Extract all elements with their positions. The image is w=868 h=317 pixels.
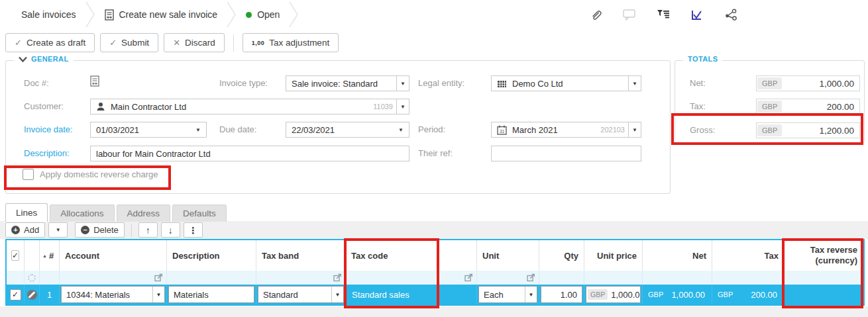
account-select[interactable]: 10344: Materials ▼ (61, 286, 165, 303)
tax-code-column-header[interactable]: Tax code (346, 240, 477, 271)
person-icon (96, 102, 105, 111)
filter-icon[interactable] (656, 7, 671, 22)
row-attachment-cell (25, 285, 40, 304)
more-options-button[interactable]: ⋮ (184, 222, 203, 238)
tab-label: Address (127, 208, 160, 218)
filter-cell[interactable] (167, 271, 256, 285)
legal-entity-select[interactable]: Demo Co Ltd ▼ (491, 75, 641, 91)
tax-band-column-header[interactable]: Tax band (256, 240, 346, 271)
account-column-header[interactable]: Account (60, 240, 167, 271)
add-line-button[interactable]: + Add (5, 222, 45, 238)
qty-cell[interactable]: 1.00 (539, 285, 584, 304)
select-all-cell[interactable]: ✓ (7, 240, 25, 271)
row-checkbox[interactable]: ✓ (10, 289, 21, 300)
button-label: Tax adjustment (269, 38, 329, 48)
row-select-cell[interactable]: ✓ (7, 285, 25, 304)
unit-select[interactable]: Each ▼ (478, 286, 537, 303)
unit-filter-cell[interactable] (477, 271, 539, 285)
net-column-header[interactable]: Net (643, 240, 712, 271)
filter-cell[interactable] (25, 271, 40, 285)
attachment-column-header[interactable] (25, 240, 40, 271)
filter-cell[interactable] (584, 271, 643, 285)
audit-check-icon[interactable] (690, 7, 704, 22)
breadcrumb-chevron-icon (289, 1, 299, 28)
breadcrumb-sale-invoices[interactable]: Sale invoices (12, 9, 85, 20)
description-label: Description: (24, 148, 70, 158)
tax-reverse-column-header[interactable]: Tax reverse (currency) (785, 240, 863, 271)
their-ref-label: Their ref: (418, 148, 453, 158)
lookup-link-icon[interactable] (527, 273, 535, 282)
account-filter-cell[interactable] (60, 271, 167, 285)
due-date-select[interactable]: 22/03/2021 ▼ (286, 122, 409, 138)
comment-icon[interactable] (622, 7, 637, 22)
unit-column-header[interactable]: Unit (477, 240, 539, 271)
share-workflow-icon[interactable] (724, 7, 738, 22)
qty-input[interactable]: 1.00 (541, 286, 582, 303)
move-line-up-button[interactable]: ↑ (138, 222, 158, 238)
tab-allocations[interactable]: Allocations (50, 204, 114, 222)
their-ref-input[interactable] (491, 146, 641, 161)
breadcrumb-create-new-sale-invoice[interactable]: Create new sale invoice (95, 9, 227, 21)
apply-domestic-reverse-charge-checkbox[interactable] (23, 169, 34, 180)
tax-adjustment-button[interactable]: 1,00 Tax adjustment (243, 33, 339, 52)
invoice-date-select[interactable]: 01/03/2021 ▼ (90, 122, 207, 138)
line-row-1[interactable]: ✓ 1 10344: Materials ▼ Materials Standar… (7, 285, 863, 304)
discard-button[interactable]: ✕ Discard (164, 33, 225, 52)
currency-badge: GBP (757, 101, 782, 113)
currency-label: GBP (643, 291, 663, 298)
loading-dotted-circle-icon (28, 274, 36, 282)
totals-panel: TOTALS Net: GBP 1,000.00 Tax: GBP 200.00… (675, 60, 865, 143)
description-cell[interactable]: Materials (167, 285, 256, 304)
filter-cell[interactable] (40, 271, 60, 285)
chevron-down-icon: ▼ (396, 99, 409, 114)
unit-price-column-header[interactable]: Unit price (584, 240, 643, 271)
move-line-down-button[interactable]: ↓ (161, 222, 180, 238)
create-as-draft-button[interactable]: ✓ Create as draft (5, 33, 95, 52)
description-input[interactable]: Materials (168, 286, 254, 303)
tax-band-select[interactable]: Standard ▼ (258, 286, 344, 303)
unit-price-cell[interactable]: GBP 1,000.0 (584, 285, 643, 304)
filter-cell[interactable] (785, 271, 863, 285)
breadcrumb-status-open[interactable]: Open (237, 9, 289, 20)
invoice-type-select[interactable]: Sale invoice: Standard ▼ (286, 75, 409, 91)
unit-price-input[interactable]: GBP 1,000.0 (586, 286, 641, 303)
lookup-link-icon[interactable] (464, 273, 473, 282)
unit-cell[interactable]: Each ▼ (477, 285, 539, 304)
tax-code-cell[interactable]: Standard sales (346, 285, 477, 304)
qty-value: 1.00 (541, 290, 582, 300)
general-legend[interactable]: GENERAL (14, 55, 74, 63)
currency-label: GBP (713, 291, 733, 298)
filter-cell[interactable] (539, 271, 584, 285)
submit-button[interactable]: ✓ Submit (100, 33, 158, 52)
delete-line-button[interactable]: – Delete (75, 222, 125, 238)
due-date-label: Due date: (219, 124, 256, 134)
tab-defaults[interactable]: Defaults (172, 204, 227, 222)
line-number-column-header[interactable]: ▲ # (40, 240, 60, 271)
qty-column-header[interactable]: Qty (539, 240, 584, 271)
filter-cell[interactable] (643, 271, 712, 285)
account-cell[interactable]: 10344: Materials ▼ (60, 285, 167, 304)
description-column-header[interactable]: Description (167, 240, 256, 271)
add-line-dropdown-button[interactable]: ▼ (48, 222, 68, 238)
sort-ascending-icon: ▲ (42, 253, 47, 258)
building-icon (497, 79, 507, 88)
filter-cell[interactable] (7, 271, 25, 285)
tax-total-field: GBP 200.00 (756, 99, 860, 114)
net-value: 1,000.00 (663, 290, 711, 300)
period-select[interactable]: 31 March 2021 202103 ▼ (491, 122, 641, 138)
attachment-paperclip-icon[interactable] (588, 7, 603, 22)
tax-column-header[interactable]: Tax (712, 240, 785, 271)
legend-label: TOTALS (688, 55, 718, 63)
filter-cell[interactable] (712, 271, 785, 285)
description-input[interactable]: labour for Main Contractor Ltd (90, 146, 409, 161)
header-label: Net (692, 251, 706, 261)
tab-lines[interactable]: Lines (5, 203, 48, 222)
tax-code-filter-cell[interactable] (346, 271, 477, 285)
tax-band-cell[interactable]: Standard ▼ (256, 285, 346, 304)
tab-address[interactable]: Address (117, 204, 171, 222)
customer-select[interactable]: Main Contractor Ltd 11039 ▼ (90, 99, 409, 114)
tax-band-filter-cell[interactable] (256, 271, 346, 285)
lookup-link-icon[interactable] (333, 273, 342, 282)
select-all-checkbox[interactable]: ✓ (11, 250, 19, 261)
lookup-link-icon[interactable] (154, 273, 163, 282)
